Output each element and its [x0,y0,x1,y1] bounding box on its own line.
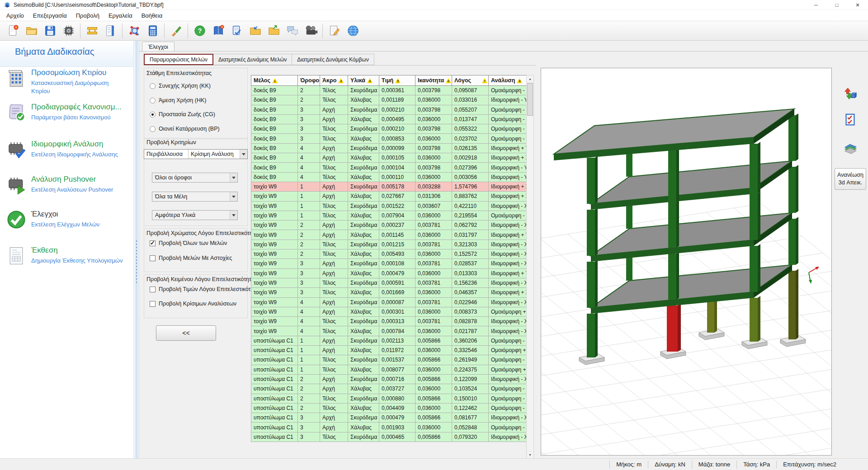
column-header-4[interactable]: Υλικά4 [348,75,379,86]
table-row[interactable]: υποστύλωμα C13ΑρχήΧάλυβας0,0019030,03600… [251,423,527,432]
table-row[interactable]: τοιχίο W91ΑρχήΧάλυβας0,0276670,0313060,8… [251,192,527,201]
step-subtitle[interactable]: Εκτέλεση Ιδιομορφικής Ανάλυσης [31,150,118,159]
table-row[interactable]: τοιχίο W92ΤέλοςΣκυρόδεμα0,0012150,003781… [251,240,527,249]
step-subtitle[interactable]: Κατασκευαστική Διαμόρφωση Κτιρίου [31,79,125,95]
table-row[interactable]: τοιχίο W94ΑρχήΣκυρόδεμα0,0000870,0037810… [251,297,527,307]
step-subtitle[interactable]: Εκτέλεση Αναλύσεων Pushover [31,186,113,194]
tab-elegxoi[interactable]: Έλεγχοι [142,42,175,52]
model-3d-view-icon[interactable] [125,22,143,39]
chevron-down-icon[interactable] [230,192,237,201]
table-row[interactable]: δοκός B93ΤέλοςΧάλυβας0,0008530,0360000,0… [251,134,527,143]
menu-item-1[interactable]: Αρχείο [2,11,28,20]
sidebar-step-5[interactable]: ΈλεγχοιΕκτέλεση Ελέγχων Μελών [6,209,130,230]
criteria-combo-envelope[interactable]: Περιβάλλουσα [144,150,189,159]
table-row[interactable]: υποστύλωμα C11ΤέλοςΧάλυβας0,0080770,0360… [251,365,527,374]
subtab-1[interactable]: Παραμορφώσεις Μελών [144,54,213,65]
sidebar-step-6[interactable]: ΈκθεσηΔημιουργία Έκθεσης Υπολογισμών [6,245,130,266]
frame-sections-icon[interactable] [83,22,101,39]
table-row[interactable]: υποστύλωμα C12ΤέλοςΣκυρόδεμα0,0008800,00… [251,394,527,403]
criteria-combo[interactable]: Περιβάλλουσα Κρίσιμη Ανάλυση [144,149,248,159]
help-icon[interactable]: ? [190,22,209,39]
edit-document-icon[interactable] [325,22,344,39]
table-row[interactable]: υποστύλωμα C11ΤέλοςΣκυρόδεμα0,0015370,00… [251,355,527,365]
table-row[interactable]: τοιχίο W92ΑρχήΣκυρόδεμα0,0002370,0037810… [251,221,527,230]
layers-icon[interactable] [841,137,859,155]
table-row[interactable]: τοιχίο W91ΤέλοςΣκυρόδεμα0,0015220,003607… [251,201,527,211]
maximize-button[interactable]: □ [826,0,847,10]
table-row[interactable]: δοκός B94ΤέλοςΣκυρόδεμα0,0001040,0037980… [251,163,527,172]
refresh-3d-button[interactable]: Ανανέωση 3d Απεικ. [835,168,866,190]
table-row[interactable]: δοκός B94ΤέλοςΧάλυβας0,0001100,0360000,0… [251,172,527,182]
table-row[interactable]: δοκός B93ΤέλοςΣκυρόδεμα0,0002100,0037980… [251,124,527,134]
checkbox-icon[interactable] [150,301,156,307]
menu-item-2[interactable]: Επεξεργασία [28,11,71,20]
3d-viewport[interactable] [541,68,832,456]
export-folder-icon[interactable] [264,22,283,39]
chevron-down-icon[interactable] [230,173,237,182]
radio-1[interactable]: Συνεχής Χρήση (ΚΚ) [150,83,211,89]
column-header-1[interactable]: Μέλος1 [251,75,298,86]
table-row[interactable]: τοιχίο W94ΤέλοςΣκυρόδεμα0,0003130,003781… [251,317,527,326]
table-row[interactable]: υποστύλωμα C12ΑρχήΧάλυβας0,0037270,03600… [251,384,527,394]
sidebar-splitter[interactable] [134,41,139,458]
floors-dropdown[interactable]: Όλοι οι όροφοι [152,173,238,183]
chevron-down-icon[interactable] [230,211,237,220]
video-icon[interactable] [302,22,320,39]
checkbox-icon[interactable] [150,255,156,261]
menu-item-5[interactable]: Βοήθεια [137,11,167,20]
criteria-combo-arrow-icon[interactable] [240,150,247,159]
table-row[interactable]: υποστύλωμα C12ΑρχήΣκυρόδεμα0,0007160,005… [251,374,527,384]
text-checkbox-2[interactable]: Προβολή Κρίσιμων Αναλύσεων [150,301,236,307]
table-row[interactable]: τοιχίο W93ΤέλοςΧάλυβας0,0016690,0360000,… [251,288,527,297]
checkbox-icon[interactable] [150,240,156,246]
table-row[interactable]: τοιχίο W92ΤέλοςΧάλυβας0,0054930,0360000,… [251,249,527,259]
text-checkbox-1[interactable]: Προβολή Τιμών Λόγου Επιτελεστικότητας [150,286,262,292]
sidebar-step-3[interactable]: Ιδιομορφική ΑνάλυσηΕκτέλεση Ιδιομορφικής… [6,139,130,160]
column-header-8[interactable]: Ανάλυση8 [489,75,527,86]
sidebar-step-1[interactable]: Προσομοίωση ΚτιρίουΚατασκευαστική Διαμόρ… [6,68,130,95]
close-button[interactable]: ✕ [847,0,868,10]
table-row[interactable]: υποστύλωμα C11ΑρχήΧάλυβας0,0119720,03600… [251,346,527,355]
table-row[interactable]: δοκός B92ΤέλοςΧάλυβας0,0011890,0360000,0… [251,95,527,105]
subtab-2[interactable]: Διατμητικές Δυνάμεις Μελών [213,54,292,65]
refresh-3d-view-icon[interactable] [841,85,859,103]
table-row[interactable]: τοιχίο W94ΑρχήΧάλυβας0,0003010,0360000,0… [251,307,527,316]
column-header-3[interactable]: Άκρο3 [320,75,348,86]
table-row[interactable]: υποστύλωμα C12ΤέλοςΧάλυβας0,0044090,0360… [251,403,527,413]
sidebar-step-4[interactable]: Ανάλυση PushoverΕκτέλεση Αναλύσεων Pusho… [6,174,130,195]
step-subtitle[interactable]: Εκτέλεση Ελέγχων Μελών [31,221,99,229]
subtab-3[interactable]: Διατμητικές Δυνάμεις Κόμβων [292,54,374,65]
processor-settings-icon[interactable] [59,22,78,39]
materials-dropdown[interactable]: Αμφότερα Υλικά [152,210,238,220]
splitter-handle-icon[interactable] [136,240,137,285]
view-checks-icon[interactable] [841,111,859,129]
table-row[interactable]: δοκός B93ΑρχήΧάλυβας0,0004950,0360000,01… [251,114,527,124]
scroll-up-icon[interactable]: ▲ [527,75,533,83]
table-vertical-scrollbar[interactable]: ▲ ▼ [526,75,534,459]
open-folder-icon[interactable] [22,22,41,39]
radio-button-icon[interactable] [150,83,156,89]
column-header-7[interactable]: Λόγος7 [452,75,489,86]
step-subtitle[interactable]: Παράμετροι βάσει Κανονισμού [31,113,122,122]
table-row[interactable]: δοκός B94ΑρχήΣκυρόδεμα0,0000990,0037980,… [251,143,527,153]
web-globe-icon[interactable] [344,22,362,39]
table-row[interactable]: τοιχίο W93ΤέλοςΣκυρόδεμα0,0005910,003781… [251,278,527,287]
document-checks-icon[interactable] [227,22,246,39]
radio-2[interactable]: Άμεση Χρήση (ΗΚ) [150,97,207,103]
table-row[interactable]: τοιχίο W92ΑρχήΧάλυβας0,0011450,0360000,0… [251,230,527,240]
radio-button-icon[interactable] [150,98,156,103]
save-icon[interactable] [41,22,59,39]
table-row[interactable]: τοιχίο W94ΤέλοςΧάλυβας0,0007840,0360000,… [251,326,527,336]
collapse-panel-button[interactable]: << [156,325,216,341]
menu-item-3[interactable]: Προβολή [71,11,104,20]
table-row[interactable]: δοκός B93ΑρχήΣκυρόδεμα0,0002100,0037980,… [251,105,527,114]
members-dropdown[interactable]: Όλα τα Μέλη [152,192,238,202]
column-header-6[interactable]: Ικανότητα6 [415,75,452,86]
new-file-icon[interactable] [4,22,22,39]
radio-4[interactable]: Οιονεί Κατάρρευση (ΒΡ) [150,126,220,132]
scroll-down-icon[interactable]: ▼ [527,451,533,458]
menu-item-4[interactable]: Εργαλεία [104,11,137,20]
report-document-icon[interactable] [101,22,120,39]
scrollbar-thumb[interactable] [527,83,533,116]
table-row[interactable]: τοιχίο W91ΑρχήΣκυρόδεμα0,0051780,0032881… [251,182,527,191]
